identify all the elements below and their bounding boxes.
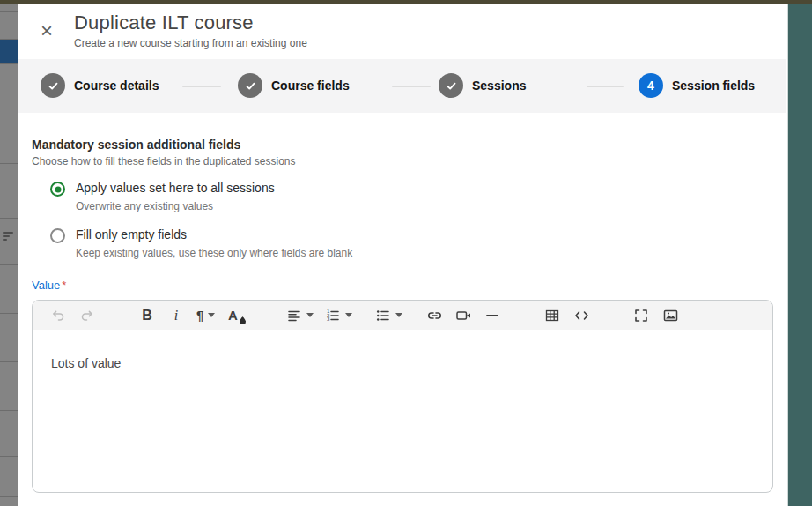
check-icon <box>439 73 463 98</box>
redo-icon[interactable] <box>77 304 98 327</box>
background-selected-row <box>0 40 18 63</box>
paragraph-format-dropdown[interactable]: ¶ <box>195 304 217 327</box>
stepper-step-course-fields[interactable]: Course fields <box>238 73 350 98</box>
step-label: Session fields <box>672 78 755 93</box>
option-description: Overwrite any existing values <box>76 200 275 212</box>
link-icon[interactable] <box>424 304 445 327</box>
step-label: Course fields <box>271 78 350 93</box>
radio-unselected-icon[interactable] <box>50 228 65 243</box>
step-number-badge: 4 <box>639 73 663 98</box>
wizard-stepper: Course details Course fields Sessions 4 … <box>18 59 786 113</box>
rich-text-editor: B i ¶ A 123 <box>32 300 773 493</box>
italic-button[interactable]: i <box>166 304 187 327</box>
fullscreen-icon[interactable] <box>631 304 652 327</box>
step-label: Course details <box>74 78 159 93</box>
section-heading: Mandatory session additional fields <box>32 138 773 152</box>
option-description: Keep existing values, use these only whe… <box>76 247 352 259</box>
horizontal-rule-icon[interactable] <box>482 304 503 327</box>
droplet-icon <box>240 316 246 324</box>
text-color-button[interactable]: A <box>225 304 246 327</box>
value-field-label: Value* <box>32 279 773 292</box>
chevron-down-icon <box>395 313 402 317</box>
page-title: Duplicate ILT course <box>74 11 307 34</box>
chevron-down-icon <box>208 313 215 317</box>
dimmed-background-page <box>0 4 18 506</box>
section-subheading: Choose how to fill these fields in the d… <box>32 155 773 167</box>
option-apply-values[interactable]: Apply values set here to all sessions Ov… <box>50 181 773 212</box>
step-connector <box>587 86 624 87</box>
stepper-step-course-details[interactable]: Course details <box>41 73 159 98</box>
check-icon <box>41 73 65 98</box>
bullet-list-dropdown[interactable] <box>373 304 404 327</box>
option-label: Fill only empty fields <box>76 227 352 242</box>
check-icon <box>238 73 262 98</box>
ordered-list-dropdown[interactable]: 123 <box>323 304 354 327</box>
step-connector <box>182 86 221 87</box>
stepper-step-sessions[interactable]: Sessions <box>439 73 526 98</box>
align-dropdown[interactable] <box>284 304 315 327</box>
fill-mode-radio-group: Apply values set here to all sessions Ov… <box>50 181 773 259</box>
table-icon[interactable] <box>542 304 563 327</box>
option-fill-empty[interactable]: Fill only empty fields Keep existing val… <box>50 227 773 259</box>
step-connector <box>392 86 431 87</box>
align-lines-icon <box>3 232 15 244</box>
bold-button[interactable]: B <box>137 304 158 327</box>
code-icon[interactable] <box>571 304 592 327</box>
stepper-step-session-fields[interactable]: 4 Session fields <box>639 73 755 98</box>
duplicate-ilt-course-modal: × Duplicate ILT course Create a new cour… <box>18 4 786 506</box>
page-subtitle: Create a new course starting from an exi… <box>74 37 307 49</box>
svg-text:3: 3 <box>327 316 330 322</box>
editor-content-area[interactable]: Lots of value <box>33 330 772 493</box>
video-icon[interactable] <box>453 304 474 327</box>
chevron-down-icon <box>345 313 352 317</box>
step-content: Mandatory session additional fields Choo… <box>18 113 786 493</box>
undo-icon[interactable] <box>48 304 69 327</box>
required-asterisk: * <box>62 279 66 292</box>
image-icon[interactable] <box>660 304 681 327</box>
right-side-panel <box>787 4 812 506</box>
close-button[interactable]: × <box>34 19 59 43</box>
radio-selected-icon[interactable] <box>50 182 65 197</box>
chevron-down-icon <box>306 313 314 317</box>
option-label: Apply values set here to all sessions <box>76 181 275 195</box>
modal-header: × Duplicate ILT course Create a new cour… <box>18 4 786 59</box>
step-label: Sessions <box>472 78 526 93</box>
editor-toolbar: B i ¶ A 123 <box>33 301 772 330</box>
